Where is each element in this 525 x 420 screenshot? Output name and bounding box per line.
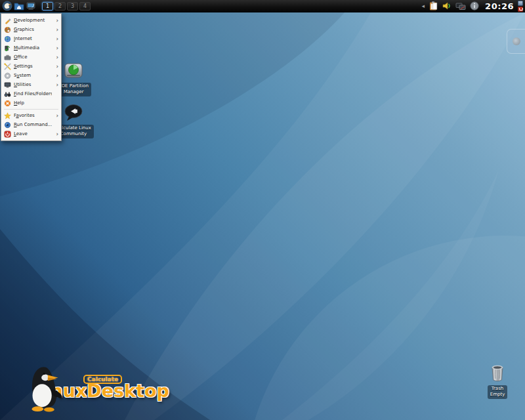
help-icon <box>4 100 11 107</box>
calculate-logo-penguin <box>20 362 71 413</box>
submenu-arrow-icon: › <box>54 64 58 70</box>
menu-item-label: Run Command... <box>14 122 52 127</box>
top-panel: 1 2 3 4 ◂ <box>0 0 525 12</box>
submenu-arrow-icon: › <box>54 54 58 60</box>
pager: 1 2 3 4 <box>42 2 91 10</box>
menu-item-label: Leave <box>14 131 52 136</box>
brand-badge: Calculate <box>83 375 122 384</box>
mini-tray-window-icon[interactable] <box>518 1 523 6</box>
menu-item-graphics[interactable]: Graphics › <box>1 25 61 34</box>
menu-item-label: Office <box>14 54 52 60</box>
menu-item-office[interactable]: Office › <box>1 52 61 62</box>
desktop-icon-trash[interactable]: Trash Empty <box>478 363 516 399</box>
favorites-icon <box>4 112 11 119</box>
community-icon <box>63 102 84 123</box>
menu-item-label: Internet <box>14 36 52 41</box>
network-monitor-icon[interactable] <box>455 1 466 11</box>
submenu-arrow-icon: › <box>54 45 58 51</box>
submenu-arrow-icon: › <box>54 18 58 24</box>
home-folder-button[interactable] <box>14 1 24 11</box>
development-icon <box>4 17 11 24</box>
tray-expander-arrow-icon[interactable]: ◂ <box>421 3 426 9</box>
mini-tray-alert-icon[interactable] <box>518 7 523 12</box>
submenu-arrow-icon: › <box>54 73 58 79</box>
system-icon <box>4 72 11 79</box>
show-desktop-button[interactable] <box>26 1 36 11</box>
menu-item-favorites[interactable]: Favorites › <box>1 111 61 120</box>
menu-item-label: Multimedia <box>14 45 52 51</box>
menu-item-system[interactable]: System › <box>1 71 61 80</box>
clipboard-klipper-icon[interactable] <box>428 1 438 11</box>
menu-item-label: Favorites <box>14 113 52 118</box>
menu-separator <box>4 109 58 110</box>
system-tray: ◂ 20:26 <box>421 1 524 12</box>
menu-item-label: Settings <box>14 64 52 69</box>
multimedia-icon <box>4 45 11 52</box>
settings-icon <box>4 63 11 70</box>
application-menu: Development › Graphics › Internet › <box>1 13 62 141</box>
menu-item-leave[interactable]: Leave › <box>1 129 61 138</box>
utilities-icon <box>4 81 11 89</box>
graphics-icon <box>4 26 11 33</box>
submenu-arrow-icon: › <box>54 27 58 33</box>
digital-clock[interactable]: 20:26 <box>485 1 514 11</box>
office-icon <box>4 54 11 61</box>
menu-item-label: Development <box>14 18 52 23</box>
menu-item-label: Help <box>14 100 52 106</box>
submenu-arrow-icon: › <box>54 113 58 119</box>
menu-item-utilities[interactable]: Utilities › <box>1 80 61 89</box>
menu-item-label: Find Files/Folders <box>14 91 52 96</box>
run-command-icon <box>4 121 11 129</box>
desktop-screen: 1 2 3 4 ◂ <box>0 0 525 420</box>
leave-icon <box>4 131 11 138</box>
desktop-toolbox-button[interactable] <box>507 29 525 54</box>
menu-item-find-files[interactable]: Find Files/Folders <box>1 89 61 98</box>
pager-desktop-3[interactable]: 3 <box>67 2 78 10</box>
menu-item-multimedia[interactable]: Multimedia › <box>1 43 61 52</box>
notifications-info-icon[interactable] <box>469 1 480 11</box>
pager-desktop-1[interactable]: 1 <box>42 2 53 10</box>
menu-item-internet[interactable]: Internet › <box>1 34 61 43</box>
cashew-icon <box>513 37 520 45</box>
menu-item-run-command[interactable]: Run Command... <box>1 120 61 129</box>
submenu-arrow-icon: › <box>54 82 58 88</box>
pager-desktop-2[interactable]: 2 <box>54 2 66 10</box>
menu-item-label: System <box>14 73 52 78</box>
internet-icon <box>4 35 11 43</box>
menu-item-help[interactable]: Help <box>1 98 61 108</box>
menu-item-label: Utilities <box>14 82 52 87</box>
partition-manager-icon <box>63 60 84 81</box>
panel-mini-icons <box>518 1 523 12</box>
pager-desktop-4[interactable]: 4 <box>79 2 91 10</box>
submenu-arrow-icon: › <box>54 36 58 42</box>
menu-item-settings[interactable]: Settings › <box>1 62 61 71</box>
menu-item-label: Graphics <box>14 27 52 32</box>
volume-icon[interactable] <box>442 1 452 11</box>
trash-icon <box>487 363 508 384</box>
submenu-arrow-icon: › <box>54 131 58 137</box>
calculate-menu-launcher-button[interactable] <box>2 1 12 11</box>
icon-label: Trash Empty <box>488 385 508 399</box>
find-files-icon <box>4 91 11 98</box>
menu-item-development[interactable]: Development › <box>1 16 61 25</box>
